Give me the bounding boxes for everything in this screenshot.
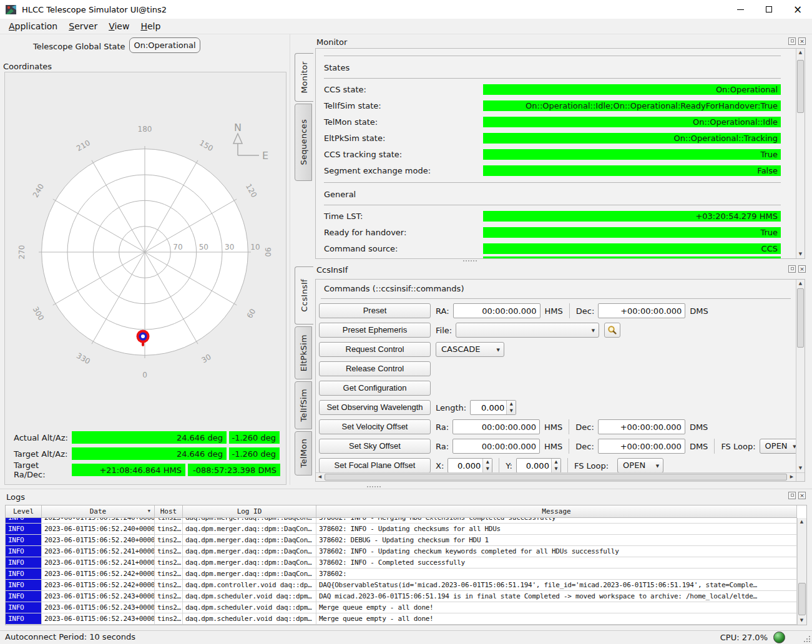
length-input[interactable] [471,401,506,414]
log-column-header-message[interactable]: Message [316,505,797,517]
spin-up-icon[interactable]: ▲ [483,459,492,466]
telescope-global-state-field[interactable]: On:Operational [129,37,200,53]
log-cell-logid[interactable]: daq.dpm.merger.daq::dpm::DaqCon… [183,546,316,557]
close-button[interactable]: × [783,0,812,19]
monitor-vertical-scrollbar[interactable]: ▲ ▼ [796,49,805,258]
log-cell-message[interactable]: 378602: INFO - Merging HDU extensions co… [316,518,797,523]
set-observing-wavelength-button[interactable]: Set Observing Wavelength [319,400,431,415]
log-cell-message[interactable]: 378602: INFO - Completed successfully [316,557,797,568]
log-column-header-log-id[interactable]: Log ID [183,505,316,517]
dock-splitter-handle[interactable] [367,485,383,488]
log-table-row[interactable]: INFO2023-06-01T15:06:52.240+0000tins2…da… [6,535,797,546]
scrollbar-thumb[interactable] [798,583,806,615]
dock-tab-monitor[interactable]: Monitor [295,53,313,102]
log-cell-message[interactable]: Merge queue empty - all done! [316,602,797,613]
log-cell-message[interactable]: 378602: INFO - Updating checksums for al… [316,524,797,534]
scroll-down-icon[interactable]: ▼ [796,464,805,472]
log-table-row[interactable]: INFO2023-06-01T15:06:52.242+0000tins2…da… [6,568,797,580]
menu-help[interactable]: Help [135,19,166,33]
preset-ephemeris-button[interactable]: Preset Ephemeris [319,323,431,338]
float-panel-icon[interactable] [788,492,796,499]
float-panel-icon[interactable] [788,37,796,45]
log-cell-level[interactable]: INFO [6,613,42,624]
preset-ra-input[interactable] [453,303,541,318]
log-cell-message[interactable]: DAQ{ObservableStatus(id='micad.2023-06-0… [316,580,797,590]
release-control-button[interactable]: Release Control [319,361,431,376]
log-cell-message[interactable]: Merge queue empty - all done! [316,613,797,624]
spinner-buttons[interactable]: ▲▼ [506,401,516,414]
commands-horizontal-scrollbar[interactable]: ◀ ▶ [316,472,796,481]
sort-descending-icon[interactable]: ▼ [148,505,150,517]
scroll-left-icon[interactable]: ◀ [316,473,324,481]
spin-up-icon[interactable]: ▲ [507,401,516,407]
x-input[interactable] [448,459,482,472]
log-cell-message[interactable]: 378602: DEBUG - Updating checksum for HD… [316,535,797,545]
log-cell-host[interactable]: tins2… [155,518,183,523]
log-cell-host[interactable]: tins2… [155,568,183,579]
log-cell-logid[interactable]: daq.dpm.merger.daq::dpm::DaqCon… [183,557,316,568]
scrollbar-thumb[interactable] [797,288,804,348]
log-cell-date[interactable]: 2023-06-01T15:06:52.242+0000 [42,568,155,579]
float-panel-icon[interactable] [788,265,796,273]
dock-tab-eltpksim[interactable]: EltPkSim [295,326,312,379]
log-cell-level[interactable]: INFO [6,518,42,523]
x-spinbox[interactable]: ▲▼ [448,458,492,472]
menu-application[interactable]: Application [3,19,63,33]
length-spinbox[interactable]: ▲▼ [470,400,516,415]
close-panel-icon[interactable]: × [798,265,806,273]
log-cell-level[interactable]: INFO [6,568,42,579]
log-cell-date[interactable]: 2023-06-01T15:06:52.240+0000 [42,535,155,545]
request-control-button[interactable]: Request Control [319,342,431,357]
y-spinbox[interactable]: ▲▼ [516,458,561,472]
maximize-button[interactable] [755,0,783,19]
spinner-buttons[interactable]: ▲▼ [482,459,492,472]
log-table-row[interactable]: INFO2023-06-01T15:06:52.241+0000tins2…da… [6,546,797,557]
log-cell-host[interactable]: tins2… [155,524,183,534]
log-cell-logid[interactable]: daq.dpm.merger.daq::dpm::DaqCon… [183,518,316,523]
minimize-button[interactable] [726,0,755,19]
close-panel-icon[interactable]: × [798,37,806,45]
log-cell-level[interactable]: INFO [6,602,42,613]
log-cell-date[interactable]: 2023-06-01T15:06:52.241+0000 [42,557,155,568]
log-table-row[interactable]: INFO2023-06-01T15:06:52.243+0000tins2…da… [6,602,797,613]
cascade-combobox[interactable]: CASCADE ▼ [436,342,504,357]
log-cell-level[interactable]: INFO [6,535,42,545]
log-cell-logid[interactable]: daq.dpm.scheduler.void daq::dpm… [183,602,316,613]
set-focal-plane-offset-button[interactable]: Set Focal Plane Offset [319,458,431,472]
log-table-row[interactable]: INFO2023-06-01T15:06:52.243+0000tins2…da… [6,613,797,625]
scroll-down-icon[interactable]: ▼ [796,250,805,258]
log-cell-date[interactable]: 2023-06-01T15:06:52.243+0000 [42,591,155,602]
commands-vertical-scrollbar[interactable]: ▲ ▼ [796,280,805,472]
scroll-right-icon[interactable]: ▶ [788,473,796,481]
log-cell-logid[interactable]: daq.dpm.scheduler.void daq::dpm… [183,613,316,624]
sky-ra-input[interactable] [452,439,540,454]
scroll-down-icon[interactable]: ▼ [798,617,806,625]
preset-dec-input[interactable] [598,303,685,318]
close-panel-icon[interactable]: × [798,492,806,499]
window-resize-grip[interactable] [803,635,810,642]
sky-fs-loop-combobox[interactable]: OPEN ▼ [760,439,796,454]
log-cell-message[interactable]: 378602: INFO - Updating checkum keywords… [316,546,797,557]
set-sky-offset-button[interactable]: Set Sky Offset [319,439,431,454]
spin-down-icon[interactable]: ▼ [483,466,492,472]
log-cell-level[interactable]: INFO [6,524,42,534]
scroll-up-icon[interactable]: ▲ [798,518,806,526]
scroll-up-icon[interactable]: ▲ [796,49,805,57]
dock-tab-sequences[interactable]: Sequences [295,104,312,181]
title-bar[interactable]: HLCC Telescope Simulator UI@tins2 × [0,0,812,19]
log-cell-level[interactable]: INFO [6,557,42,568]
menu-view[interactable]: View [103,19,135,33]
log-cell-logid[interactable]: daq.dpm.merger.daq::dpm::DaqCon… [183,535,316,545]
log-table-row[interactable]: INFO2023-06-01T15:06:52.242+0000tins2…da… [6,580,797,591]
velocity-ra-input[interactable] [452,419,540,434]
log-column-header-level[interactable]: Level [6,505,42,517]
log-cell-date[interactable]: 2023-06-01T15:06:52.240+0000 [42,524,155,534]
log-cell-message[interactable]: DAQ micad.2023-06-01T15:06:51.194 is in … [316,591,797,602]
scrollbar-thumb[interactable] [797,60,804,113]
ephemeris-file-combobox[interactable]: ▼ [456,323,599,338]
log-cell-host[interactable]: tins2… [155,591,183,602]
log-cell-host[interactable]: tins2… [155,580,183,590]
logs-vertical-scrollbar[interactable]: ▲ ▼ [797,518,806,625]
velocity-dec-input[interactable] [598,419,685,434]
log-column-header-host[interactable]: Host [155,505,183,517]
